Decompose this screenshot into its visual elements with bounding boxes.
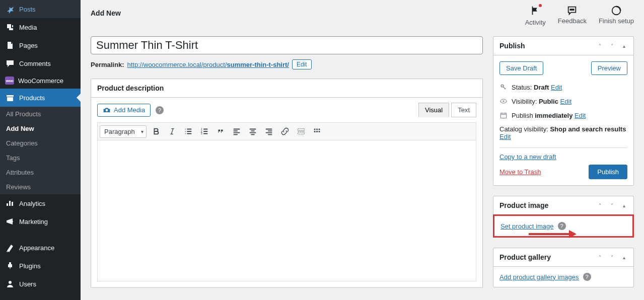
catalog-row: Catalog visibility: Shop and search resu…	[499, 122, 627, 143]
sub-tags[interactable]: Tags	[0, 151, 81, 165]
postbox-controls: ˄ ˅ ▴	[596, 43, 627, 49]
sidebar-label: Appearance	[19, 244, 54, 252]
help-icon[interactable]: ?	[558, 222, 566, 230]
move-to-trash-link[interactable]: Move to Trash	[499, 168, 541, 176]
sidebar-label: Analytics	[19, 200, 45, 207]
toggle-icon[interactable]: ▴	[620, 203, 627, 208]
pin-icon	[5, 4, 15, 14]
sidebar-item-analytics[interactable]: Analytics	[0, 194, 81, 212]
preview-button[interactable]: Preview	[591, 61, 627, 75]
sidebar-item-pages[interactable]: Pages	[0, 36, 81, 54]
sub-attributes[interactable]: Attributes	[0, 165, 81, 180]
edit-catalog-link[interactable]: Edit	[499, 133, 511, 140]
sidebar-item-posts[interactable]: Posts	[0, 0, 81, 18]
plugins-icon	[5, 261, 15, 271]
sub-add-new[interactable]: Add New	[0, 121, 81, 136]
activity-button[interactable]: Activity	[525, 5, 546, 26]
edit-publish-date-link[interactable]: Edit	[575, 112, 586, 119]
camera-icon	[103, 106, 111, 114]
postbox-controls: ˄ ˅ ▴	[596, 203, 627, 208]
move-up-icon[interactable]: ˄	[596, 203, 603, 208]
postbox-controls: ˄ ˅ ▴	[596, 255, 627, 260]
visual-tab[interactable]: Visual	[418, 103, 449, 117]
quote-button[interactable]	[214, 125, 227, 138]
content-area: Add New Activity Feedback Finish setup P…	[81, 0, 644, 300]
publish-button[interactable]: Publish	[589, 165, 627, 179]
toolbar-toggle-button[interactable]	[311, 125, 324, 138]
toggle-icon[interactable]: ▴	[620, 255, 627, 260]
copy-to-draft-link[interactable]: Copy to a new draft	[499, 153, 627, 161]
add-gallery-images-link[interactable]: Add product gallery images	[499, 273, 579, 281]
svg-rect-4	[314, 129, 316, 130]
permalink-row: Permalink: http://woocommerce.local/prod…	[91, 59, 483, 69]
svg-rect-8	[316, 131, 318, 132]
move-down-icon[interactable]: ˅	[608, 203, 615, 208]
save-draft-button[interactable]: Save Draft	[499, 61, 543, 75]
move-down-icon[interactable]: ˅	[608, 255, 615, 260]
toggle-icon[interactable]: ▴	[620, 43, 627, 49]
italic-button[interactable]	[166, 125, 179, 138]
bullet-list-button[interactable]	[182, 125, 195, 138]
sidebar-item-media[interactable]: Media	[0, 18, 81, 36]
link-button[interactable]	[278, 125, 292, 138]
move-down-icon[interactable]: ˅	[608, 43, 615, 49]
svg-rect-5	[316, 129, 318, 130]
align-left-button[interactable]	[230, 125, 243, 138]
sub-reviews[interactable]: Reviews	[0, 180, 81, 194]
marketing-icon	[5, 216, 15, 227]
format-select[interactable]: Paragraph	[100, 125, 147, 138]
products-submenu: All Products Add New Categories Tags Att…	[0, 107, 81, 194]
users-icon	[5, 279, 15, 289]
eye-icon	[499, 97, 508, 105]
add-media-button[interactable]: Add Media	[97, 104, 151, 117]
help-icon[interactable]: ?	[583, 273, 591, 281]
svg-text:3: 3	[201, 132, 202, 135]
sub-all-products[interactable]: All Products	[0, 107, 81, 121]
sidebar-item-woocommerce[interactable]: woo WooCommerce	[0, 72, 81, 89]
edit-visibility-link[interactable]: Edit	[560, 98, 571, 105]
sidebar-item-comments[interactable]: Comments	[0, 54, 81, 72]
sidebar-item-plugins[interactable]: Plugins	[0, 257, 81, 275]
postbox-title: Product gallery	[499, 253, 551, 261]
permalink-link[interactable]: http://woocommerce.local/product/summer-…	[127, 61, 289, 68]
sidebar-label: Pages	[19, 42, 38, 49]
svg-rect-12	[500, 113, 506, 118]
permalink-label: Permalink:	[91, 61, 124, 68]
add-media-label: Add Media	[114, 106, 145, 114]
editor-canvas[interactable]	[97, 140, 476, 281]
sidebar-item-users[interactable]: Users	[0, 275, 81, 293]
feedback-button[interactable]: Feedback	[558, 5, 587, 26]
set-product-image-link[interactable]: Set product image	[500, 222, 554, 230]
bold-button[interactable]	[150, 125, 163, 138]
edit-status-link[interactable]: Edit	[551, 84, 562, 91]
product-title-input[interactable]	[91, 36, 483, 54]
top-action-label: Finish setup	[599, 17, 634, 25]
postbox-title: Product description	[97, 84, 164, 92]
top-action-label: Feedback	[558, 17, 587, 25]
sidebar-label: Products	[19, 94, 45, 102]
products-icon	[5, 93, 15, 103]
move-up-icon[interactable]: ˄	[596, 255, 603, 260]
sidebar-item-appearance[interactable]: Appearance	[0, 239, 81, 257]
sidebar-item-marketing[interactable]: Marketing	[0, 212, 81, 231]
product-gallery-postbox: Product gallery ˄ ˅ ▴ Add product galler…	[493, 248, 634, 287]
top-actions: Activity Feedback Finish setup	[525, 5, 634, 26]
move-up-icon[interactable]: ˄	[596, 43, 603, 49]
sub-categories[interactable]: Categories	[0, 136, 81, 151]
align-right-button[interactable]	[262, 125, 275, 138]
svg-point-11	[503, 100, 504, 102]
postbox-title: Publish	[499, 42, 525, 50]
sidebar-label: Comments	[19, 60, 51, 67]
analytics-icon	[5, 198, 15, 208]
read-more-button[interactable]	[295, 125, 308, 138]
finish-setup-button[interactable]: Finish setup	[599, 5, 634, 26]
edit-slug-button[interactable]: Edit	[292, 59, 312, 69]
text-tab[interactable]: Text	[451, 103, 476, 117]
numbered-list-button[interactable]: 123	[198, 125, 211, 138]
status-row: Status: Draft Edit	[499, 80, 627, 94]
align-center-button[interactable]	[246, 125, 259, 138]
editor-toolbar: Paragraph 123	[97, 122, 476, 140]
sidebar-item-products[interactable]: Products	[0, 89, 81, 107]
svg-rect-9	[319, 131, 320, 132]
help-icon[interactable]: ?	[156, 106, 164, 114]
